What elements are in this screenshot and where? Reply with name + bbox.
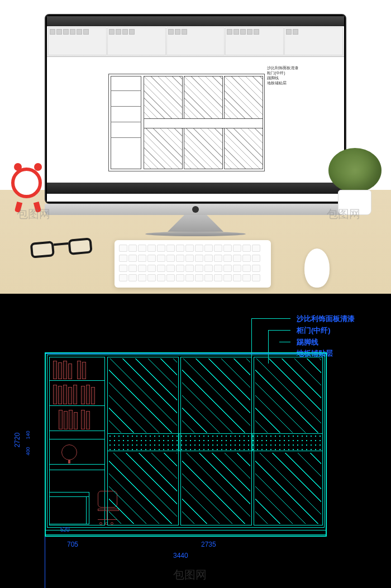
key (252, 265, 260, 272)
ribbon-group (284, 27, 343, 55)
clock-face (11, 168, 42, 198)
key (214, 245, 222, 252)
plant-foliage (328, 148, 382, 193)
key (138, 255, 146, 262)
book-item (58, 386, 62, 404)
key (223, 255, 232, 262)
key (176, 265, 184, 272)
key (214, 265, 222, 272)
dim-value: 2735 (201, 541, 216, 548)
book-item (53, 361, 57, 379)
ribbon-group (48, 27, 107, 55)
key (119, 255, 127, 262)
book-item (63, 361, 67, 379)
annotation-line: 踢脚线 (297, 337, 355, 348)
desk-scene: 沙比利饰面板清漆 柜门(中纤) 踢脚线 地板铺贴层 (0, 0, 391, 294)
key (242, 245, 251, 252)
key (233, 265, 241, 272)
book-item (81, 386, 85, 404)
cad-drawing-area-white: 沙比利饰面板清漆 柜门(中纤) 踢脚线 地板铺贴层 (47, 57, 344, 194)
key (233, 274, 241, 281)
ribbon-button (116, 29, 121, 35)
door-hatch (182, 453, 250, 524)
ribbon-button (227, 29, 232, 35)
book-item (81, 410, 85, 429)
key (252, 245, 260, 252)
ribbon-button (83, 29, 89, 35)
key (157, 255, 165, 262)
key (242, 265, 251, 272)
key (195, 274, 203, 281)
book-item (86, 411, 90, 429)
book-item (73, 385, 77, 404)
dim-value: 140 (25, 431, 31, 439)
key (242, 255, 251, 262)
key (223, 265, 232, 272)
book-item (77, 361, 81, 379)
key (157, 245, 165, 252)
mini-shelf-line (111, 122, 141, 122)
mini-anno-line: 地板铺贴层 (267, 80, 298, 85)
book-item (59, 410, 63, 429)
ribbon-button (70, 29, 75, 35)
ribbon-button (293, 29, 298, 35)
key (195, 255, 203, 262)
key (119, 265, 127, 272)
key (157, 265, 165, 272)
alarm-clock (11, 168, 45, 207)
deco-pattern (108, 434, 322, 451)
book-item (58, 362, 62, 379)
mini-shelf-line (111, 90, 141, 91)
key (185, 265, 194, 272)
desk-top (49, 496, 89, 497)
mini-shelf-line (111, 137, 141, 138)
key (128, 265, 137, 272)
floor-line (45, 530, 327, 530)
shelf-divider (49, 439, 105, 439)
key (176, 255, 184, 262)
key (138, 245, 146, 252)
key (204, 274, 213, 281)
key (195, 265, 203, 272)
baseboard-line (45, 534, 327, 535)
key (233, 245, 241, 252)
ribbon-button (233, 29, 239, 35)
ribbon-button (182, 29, 187, 35)
plant-pot (338, 190, 371, 215)
ribbon-button (56, 29, 62, 35)
key (166, 265, 175, 272)
ribbon-button (254, 29, 259, 35)
dim-value: 400 (25, 447, 31, 455)
mini-shelf-line (111, 106, 141, 107)
cad-elevation-drawing: 705 2735 3440 520 2720 140 400 (45, 352, 357, 565)
keyboard (115, 240, 271, 288)
leader-line (268, 330, 290, 331)
key (128, 245, 137, 252)
key (138, 274, 146, 281)
book-item (63, 385, 67, 404)
key (176, 274, 184, 281)
ribbon-button (240, 29, 246, 35)
key (223, 274, 232, 281)
ribbon-button (286, 29, 292, 35)
monitor-chin (45, 204, 346, 215)
ribbon-button (122, 29, 128, 35)
shelf-divider (49, 405, 105, 406)
key (214, 274, 222, 281)
key (233, 255, 241, 262)
key (147, 265, 156, 272)
key (204, 255, 213, 262)
key (195, 245, 203, 252)
globe-stand (68, 460, 70, 463)
key (176, 245, 184, 252)
cad-view: 沙比利饰面板清漆 柜门(中纤) 踢脚线 地板铺贴层 (0, 294, 391, 588)
key (119, 274, 127, 281)
mini-anno-line: 柜门(中纤) (267, 70, 298, 75)
monitor-logo (192, 206, 199, 213)
lens (68, 237, 92, 255)
mini-cad-drawing: 沙比利饰面板清漆 柜门(中纤) 踢脚线 地板铺贴层 (108, 74, 282, 185)
key (157, 274, 165, 281)
key (147, 274, 156, 281)
key (204, 265, 213, 272)
dim-value: 705 (67, 541, 78, 548)
